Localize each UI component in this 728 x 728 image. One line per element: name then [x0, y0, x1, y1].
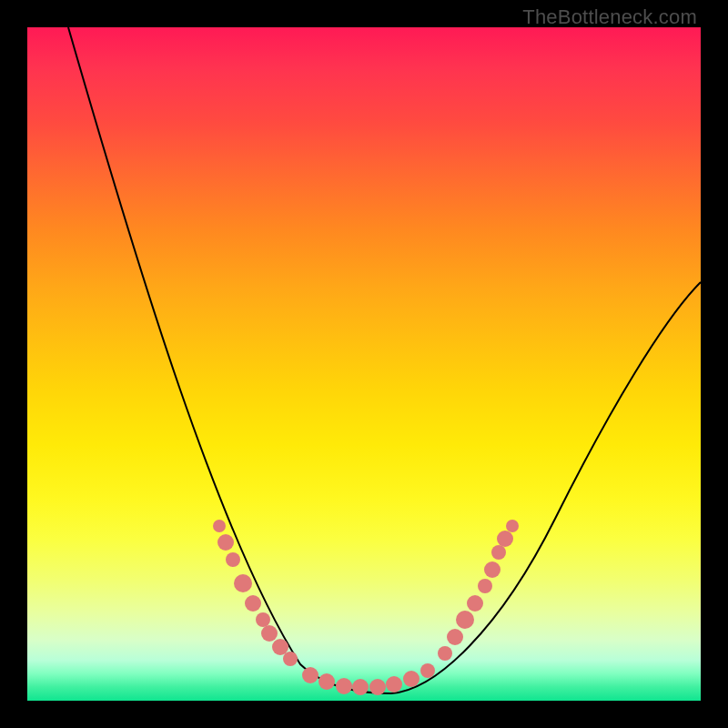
watermark-text: TheBottleneck.com [522, 5, 697, 29]
left-cluster-marker [217, 534, 234, 551]
right-cluster-marker [484, 561, 500, 578]
bottom-cluster-marker [352, 679, 369, 695]
left-cluster-marker [226, 552, 240, 567]
left-cluster-marker [245, 595, 261, 612]
right-cluster-marker [497, 531, 513, 547]
left-cluster-marker [213, 520, 226, 532]
plot-area [27, 27, 701, 701]
right-cluster-marker [467, 595, 483, 612]
bottom-cluster-marker [403, 671, 420, 687]
right-cluster-marker [491, 545, 506, 560]
right-cluster-marker [438, 646, 452, 661]
right-cluster-marker [447, 629, 463, 645]
bottom-cluster-marker [302, 667, 318, 683]
right-cluster-marker [456, 611, 474, 629]
bottom-cluster-marker [369, 679, 386, 695]
bottom-cluster-marker [386, 676, 402, 693]
right-cluster-marker [506, 520, 519, 532]
curve-svg [27, 27, 701, 701]
right-cluster-marker [478, 579, 492, 593]
bottom-cluster-marker [336, 678, 352, 694]
bottom-cluster-marker [420, 663, 435, 678]
chart-frame: TheBottleneck.com [0, 0, 728, 728]
v-curve-path [68, 27, 701, 693]
left-cluster-marker [234, 574, 252, 592]
bottom-cluster-marker [318, 673, 335, 690]
left-cluster-marker [283, 652, 298, 666]
